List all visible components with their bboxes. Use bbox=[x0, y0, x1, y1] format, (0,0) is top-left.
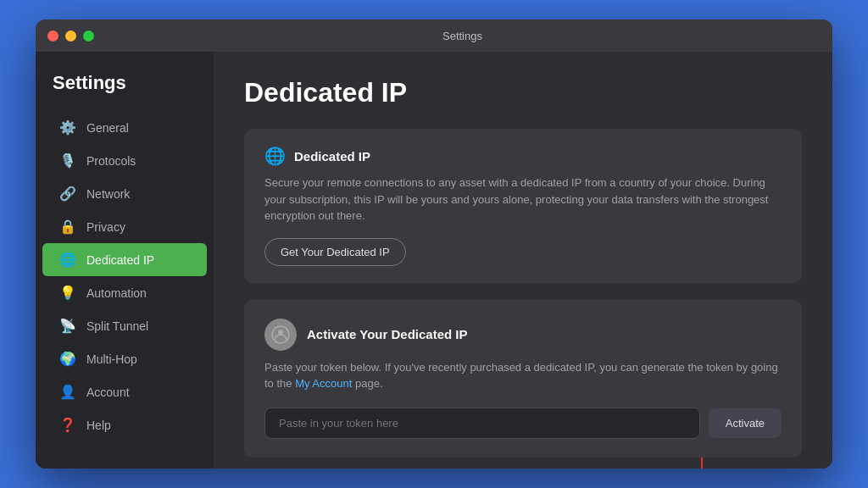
sidebar: Settings ⚙️ General 🎙️ Protocols 🔗 Netwo… bbox=[36, 52, 214, 469]
token-input[interactable] bbox=[264, 408, 700, 439]
protocols-icon: 🎙️ bbox=[59, 152, 76, 169]
close-button[interactable] bbox=[47, 30, 58, 42]
sidebar-label-split-tunnel: Split Tunnel bbox=[86, 319, 148, 333]
sidebar-item-general[interactable]: ⚙️ General bbox=[42, 111, 207, 144]
sidebar-label-automation: Automation bbox=[86, 286, 147, 300]
network-icon: 🔗 bbox=[59, 186, 76, 202]
info-card-icon: 🌐 bbox=[264, 146, 286, 166]
info-card: 🌐 Dedicated IP Secure your remote connec… bbox=[244, 129, 802, 283]
activate-card: Activate Your Dedicated IP Paste your to… bbox=[244, 300, 802, 458]
svg-point-1 bbox=[278, 330, 283, 335]
arrow-line bbox=[701, 458, 703, 469]
sidebar-item-privacy[interactable]: 🔒 Privacy bbox=[42, 210, 207, 243]
token-row: Activate bbox=[264, 408, 782, 439]
sidebar-item-split-tunnel[interactable]: 📡 Split Tunnel bbox=[42, 309, 207, 342]
help-icon: ❓ bbox=[59, 417, 76, 433]
sidebar-item-account[interactable]: 👤 Account bbox=[42, 375, 207, 408]
main-content: Dedicated IP 🌐 Dedicated IP Secure your … bbox=[214, 52, 832, 469]
sidebar-item-network[interactable]: 🔗 Network bbox=[42, 177, 207, 210]
sidebar-label-privacy: Privacy bbox=[86, 220, 125, 234]
sidebar-item-dedicated-ip[interactable]: 🌐 Dedicated IP bbox=[42, 243, 207, 276]
dedicated-ip-icon: 🌐 bbox=[59, 252, 76, 268]
info-card-description: Secure your remote connections to any as… bbox=[264, 175, 782, 225]
activate-card-header: Activate Your Dedicated IP bbox=[264, 319, 782, 351]
annotation-wrapper: Paste your token here to activate your d… bbox=[244, 458, 802, 469]
page-title: Dedicated IP bbox=[244, 77, 802, 108]
sidebar-label-protocols: Protocols bbox=[86, 154, 136, 168]
window-title: Settings bbox=[104, 30, 821, 42]
sidebar-item-protocols[interactable]: 🎙️ Protocols bbox=[42, 144, 207, 177]
maximize-button[interactable] bbox=[83, 30, 94, 42]
sidebar-label-dedicated-ip: Dedicated IP bbox=[86, 253, 154, 267]
sidebar-label-multi-hop: Multi-Hop bbox=[86, 352, 137, 366]
sidebar-label-general: General bbox=[86, 121, 129, 135]
traffic-lights bbox=[47, 30, 94, 42]
multi-hop-icon: 🌍 bbox=[59, 351, 76, 367]
get-dedicated-ip-button[interactable]: Get Your Dedicated IP bbox=[264, 238, 406, 266]
avatar bbox=[264, 319, 297, 351]
sidebar-label-account: Account bbox=[86, 385, 130, 399]
sidebar-heading: Settings bbox=[36, 72, 214, 111]
app-body: Settings ⚙️ General 🎙️ Protocols 🔗 Netwo… bbox=[36, 52, 832, 469]
info-card-title: Dedicated IP bbox=[294, 149, 370, 164]
sidebar-label-network: Network bbox=[86, 187, 130, 201]
activate-desc-after-link: page. bbox=[352, 377, 382, 390]
account-icon: 👤 bbox=[59, 384, 76, 400]
info-card-header: 🌐 Dedicated IP bbox=[264, 146, 782, 166]
titlebar: Settings bbox=[36, 19, 832, 52]
my-account-link[interactable]: My Account bbox=[295, 377, 352, 390]
activate-card-title: Activate Your Dedicated IP bbox=[307, 327, 468, 341]
automation-icon: 💡 bbox=[59, 285, 76, 301]
activate-button[interactable]: Activate bbox=[709, 408, 782, 438]
app-window: Settings Settings ⚙️ General 🎙️ Protocol… bbox=[36, 19, 832, 469]
sidebar-item-help[interactable]: ❓ Help bbox=[42, 408, 207, 441]
privacy-icon: 🔒 bbox=[59, 219, 76, 235]
general-icon: ⚙️ bbox=[59, 119, 76, 136]
activate-card-description: Paste your token below. If you've recent… bbox=[264, 359, 782, 392]
arrow-annotation bbox=[697, 458, 707, 469]
minimize-button[interactable] bbox=[65, 30, 76, 42]
sidebar-item-automation[interactable]: 💡 Automation bbox=[42, 276, 207, 309]
sidebar-label-help: Help bbox=[86, 419, 111, 432]
split-tunnel-icon: 📡 bbox=[59, 318, 76, 334]
sidebar-item-multi-hop[interactable]: 🌍 Multi-Hop bbox=[42, 342, 207, 375]
